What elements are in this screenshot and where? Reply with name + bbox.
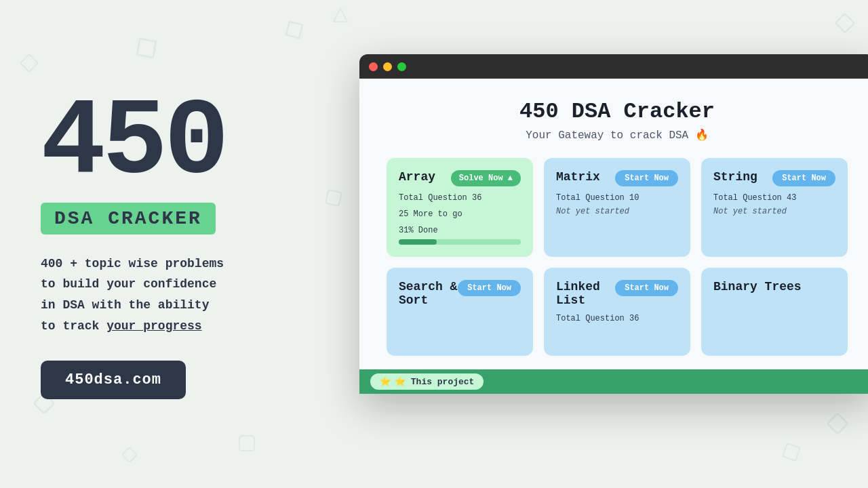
app-title: 450 DSA Cracker	[387, 99, 848, 124]
star-icon: ⭐	[380, 376, 391, 387]
tagline-line1: 400 + topic wise problems	[41, 253, 224, 274]
website-button[interactable]: 450dsa.com	[41, 361, 186, 399]
browser-titlebar	[359, 54, 868, 79]
svg-rect-9	[783, 443, 800, 461]
matrix-start-button[interactable]: Start Now	[615, 170, 678, 186]
left-panel: 450 DSA CRACKER 400 + topic wise problem…	[0, 0, 359, 488]
app-subtitle: Your Gateway to crack DSA 🔥	[387, 128, 848, 142]
close-dot[interactable]	[369, 62, 378, 71]
card-array-progress-fill	[399, 239, 437, 245]
card-binary-trees: Binary Trees	[701, 268, 848, 356]
card-array: Array Solve Now ▲ Total Question 36 25 M…	[387, 158, 533, 257]
card-linked-list-total: Total Question 36	[556, 314, 678, 323]
card-array-progress-label: 31% Done	[399, 226, 521, 235]
card-linked-list: Linked List Start Now Total Question 36	[544, 268, 690, 356]
tagline-line3: in DSA with the ability	[41, 295, 224, 316]
card-array-header: Array Solve Now ▲	[399, 170, 521, 186]
card-linked-list-title: Linked List	[556, 280, 615, 307]
card-string-status: Not yet started	[713, 207, 835, 216]
card-array-remaining: 25 More to go	[399, 209, 521, 219]
card-string-header: String Start Now	[713, 170, 835, 186]
card-array-title: Array	[399, 170, 435, 184]
cards-grid: Array Solve Now ▲ Total Question 36 25 M…	[387, 158, 848, 356]
card-matrix-total: Total Question 10	[556, 193, 678, 203]
svg-marker-3	[835, 14, 854, 33]
card-array-progress-bg	[399, 239, 521, 245]
card-matrix-header: Matrix Start Now	[556, 170, 678, 186]
card-linked-list-header: Linked List Start Now	[556, 280, 678, 307]
tagline-line4: to track your progress	[41, 316, 224, 337]
big-number: 450	[41, 89, 226, 197]
solve-now-button[interactable]: Solve Now ▲	[451, 170, 521, 186]
browser-bottom-bar: ⭐ ⭐ This project	[359, 369, 868, 394]
card-string-title: String	[713, 170, 757, 184]
bottom-badge-label: ⭐ This project	[395, 376, 474, 387]
dsa-badge: DSA CRACKER	[41, 203, 216, 235]
minimize-dot[interactable]	[383, 62, 392, 71]
card-matrix-status: Not yet started	[556, 207, 678, 216]
this-project-badge[interactable]: ⭐ ⭐ This project	[370, 373, 484, 390]
card-search-sort: Search & Sort Start Now	[387, 268, 533, 356]
search-sort-start-button[interactable]: Start Now	[458, 280, 521, 296]
card-search-sort-title: Search & Sort	[399, 280, 458, 307]
card-matrix-title: Matrix	[556, 170, 600, 184]
card-string-total: Total Question 43	[713, 193, 835, 203]
card-search-sort-header: Search & Sort Start Now	[399, 280, 521, 307]
browser-content: 450 DSA Cracker Your Gateway to crack DS…	[359, 79, 868, 369]
string-start-button[interactable]: Start Now	[772, 170, 835, 186]
card-matrix: Matrix Start Now Total Question 10 Not y…	[544, 158, 690, 257]
card-string: String Start Now Total Question 43 Not y…	[701, 158, 848, 257]
tagline: 400 + topic wise problems to build your …	[41, 253, 224, 336]
linked-list-start-button[interactable]: Start Now	[615, 280, 678, 296]
svg-marker-8	[827, 413, 848, 434]
tagline-line2: to build your confidence	[41, 274, 224, 295]
card-binary-trees-title: Binary Trees	[713, 280, 802, 293]
card-array-total: Total Question 36	[399, 193, 521, 203]
maximize-dot[interactable]	[397, 62, 406, 71]
browser-window: 450 DSA Cracker Your Gateway to crack DS…	[359, 54, 868, 394]
card-binary-trees-header: Binary Trees	[713, 280, 835, 293]
